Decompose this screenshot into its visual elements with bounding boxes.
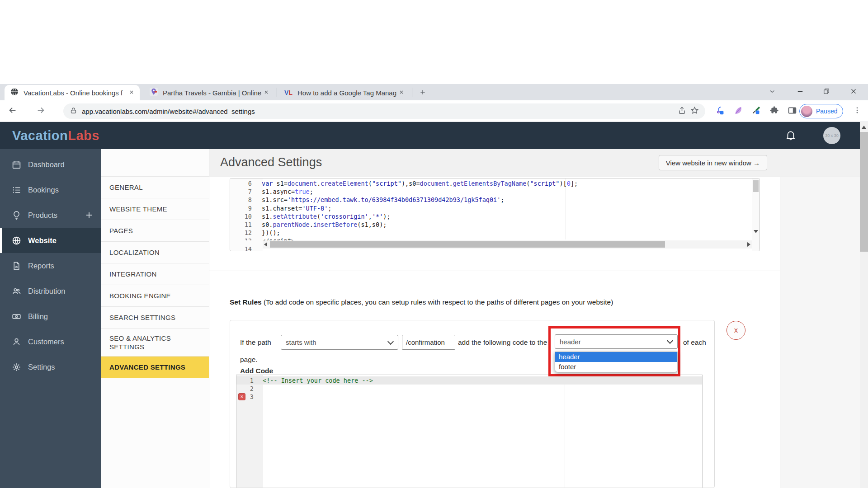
sidebar-item-reports[interactable]: Reports: [0, 253, 101, 278]
submenu-item-label: SEARCH SETTINGS: [109, 313, 175, 322]
line-number: 1: [236, 376, 258, 385]
scrollbar-thumb[interactable]: [860, 132, 868, 252]
sidebar-item-billing[interactable]: Billing: [0, 304, 101, 329]
path-match-select[interactable]: starts with: [281, 335, 398, 350]
sidebar-item-label: Customers: [28, 338, 64, 346]
screen: VacationLabs - Online bookings fPartha T…: [0, 0, 868, 488]
profile-avatar: [801, 106, 812, 117]
right-gutter: [780, 177, 860, 488]
editor-horizontal-scrollbar[interactable]: [263, 240, 752, 249]
side-panel-icon: [788, 106, 797, 117]
scroll-left-arrow-icon[interactable]: [264, 242, 267, 247]
ink-pen-icon: [715, 106, 725, 117]
close-window-button[interactable]: [844, 85, 863, 99]
scrollbar-thumb[interactable]: [270, 241, 665, 248]
back-button[interactable]: [6, 105, 19, 117]
new-tab-button[interactable]: [417, 87, 429, 99]
side-panel-button[interactable]: [786, 105, 798, 117]
tab-close-button[interactable]: [127, 88, 136, 97]
address-bar[interactable]: app.vacationlabs.com/admin/website#/adva…: [63, 103, 705, 119]
tab-search-button[interactable]: [762, 85, 782, 99]
submenu-item-seo-analytics-settings[interactable]: SEO & ANALYTICS SETTINGS: [101, 328, 209, 357]
add-code-editor[interactable]: 1<!-- Insert your code here -->2✕3: [236, 375, 703, 488]
lightbulb-icon: [12, 213, 21, 221]
sidebar-item-distribution[interactable]: Distribution: [0, 278, 101, 304]
submenu-item-label: WEBSITE THEME: [109, 205, 167, 213]
header-editor-code-line: 7s1.async=true;: [230, 188, 752, 196]
share-button[interactable]: [675, 105, 688, 117]
scroll-down-arrow-icon[interactable]: [754, 230, 758, 233]
editor-vertical-scrollbar[interactable]: [752, 178, 760, 251]
logo-part-red: Labs: [68, 128, 99, 143]
minimize-button[interactable]: [790, 85, 810, 99]
rule-if-label: If the path: [240, 335, 271, 350]
feather-icon: [733, 106, 743, 117]
banknote-icon: [12, 314, 21, 323]
tab-close-button[interactable]: [397, 88, 406, 97]
dropdown-option-header[interactable]: header: [555, 352, 677, 362]
title-band: Advanced Settings View website in new wi…: [209, 149, 860, 177]
submenu-item-website-theme[interactable]: WEBSITE THEME: [101, 198, 209, 220]
sidebar-item-bookings[interactable]: Bookings: [0, 177, 101, 202]
extension-feather-button[interactable]: [731, 105, 744, 117]
header-editor-code-line: 9s1.charset='UTF-8';: [230, 204, 752, 212]
sidebar-item-products[interactable]: Products: [0, 202, 101, 228]
submenu-item-search-settings[interactable]: SEARCH SETTINGS: [101, 307, 209, 328]
tab-close-button[interactable]: [262, 88, 271, 97]
app-header: VacationLabs 30 x 30: [0, 122, 860, 149]
sidebar-item-customers[interactable]: Customers: [0, 329, 101, 354]
add-product-button[interactable]: [85, 211, 93, 219]
path-value-input[interactable]: /confirmation: [402, 335, 455, 350]
tab-title: How to add a Google Tag Manag: [297, 89, 397, 97]
eyedropper-icon: [751, 106, 761, 117]
map-pin-favicon: [150, 88, 158, 98]
forward-button[interactable]: [34, 105, 47, 117]
page-scrollbar[interactable]: [860, 122, 868, 488]
sidebar-item-settings[interactable]: Settings: [0, 354, 101, 380]
submenu-item-advanced-settings[interactable]: ADVANCED SETTINGS: [101, 357, 209, 378]
remove-rule-button[interactable]: x: [726, 321, 745, 340]
code-text: })();: [257, 229, 280, 237]
maximize-icon: [822, 87, 830, 97]
browser-tab[interactable]: VLHow to add a Google Tag Manag: [278, 85, 410, 100]
code-text: s1.charset='UTF-8';: [257, 204, 331, 212]
extension-eyedropper-button[interactable]: [750, 105, 762, 117]
submenu-item-general[interactable]: GENERAL: [101, 177, 209, 198]
user-avatar[interactable]: 30 x 30: [823, 127, 840, 144]
header-editor-code-line: 10s1.setAttribute('crossorigin','*');: [230, 212, 752, 221]
profile-button[interactable]: Paused: [799, 104, 843, 118]
sidebar-item-website[interactable]: Website: [0, 228, 101, 253]
dropdown-option-footer[interactable]: footer: [555, 362, 677, 372]
tab-title: VacationLabs - Online bookings f: [24, 89, 127, 97]
browser-tab[interactable]: VacationLabs - Online bookings f: [5, 85, 140, 100]
line-number: 9: [230, 204, 257, 212]
line-number: 10: [230, 212, 257, 221]
kebab-icon: [853, 106, 861, 116]
bookmark-button[interactable]: [688, 105, 701, 117]
line-number: 12: [230, 229, 257, 237]
code-target-select[interactable]: header: [555, 334, 678, 349]
submenu-item-pages[interactable]: PAGES: [101, 220, 209, 242]
set-rules-bold: Set Rules: [230, 298, 262, 306]
view-website-button[interactable]: View website in new window →: [659, 155, 767, 170]
puzzle-icon: [769, 106, 779, 117]
submenu-item-booking-engine[interactable]: BOOKING ENGINE: [101, 285, 209, 307]
extension-ink-button[interactable]: [713, 105, 726, 117]
notifications-button[interactable]: [785, 129, 797, 142]
submenu-item-integration[interactable]: INTEGRATION: [101, 263, 209, 285]
browser-tab[interactable]: Partha Travels - Gambia | Online: [144, 85, 274, 100]
header-code-editor[interactable]: 6var s1=document.createElement("script")…: [230, 178, 760, 251]
scrollbar-thumb[interactable]: [753, 180, 759, 192]
extensions-button[interactable]: [768, 105, 780, 117]
section-divider: [209, 271, 780, 271]
header-editor-code-line: 12})();: [230, 229, 752, 237]
browser-menu-button[interactable]: [852, 105, 863, 117]
scroll-up-arrow-icon[interactable]: [862, 126, 866, 129]
submenu-item-localization[interactable]: LOCALIZATION: [101, 242, 209, 263]
maximize-button[interactable]: [816, 85, 836, 99]
line-number: 7: [230, 188, 257, 196]
scroll-right-arrow-icon[interactable]: [747, 242, 750, 247]
submenu-item-label: BOOKING ENGINE: [109, 291, 171, 300]
sidebar-item-label: Settings: [28, 363, 55, 371]
sidebar-item-dashboard[interactable]: Dashboard: [0, 152, 101, 177]
